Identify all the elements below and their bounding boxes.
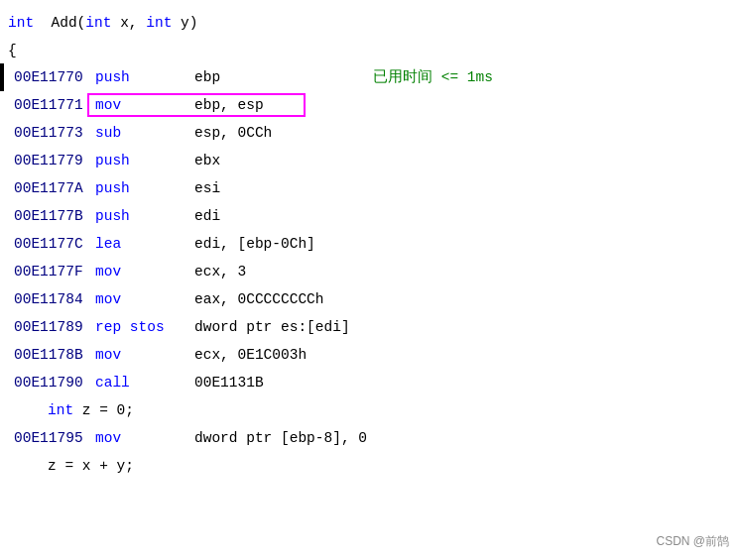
instruction-row-1: 00E11771 mov ebp, esp: [0, 91, 739, 119]
mnemonic-2: sub: [95, 119, 194, 147]
operand-3: ebx: [194, 147, 220, 174]
current-line-indicator: [0, 63, 4, 91]
operand-1: ebp, esp: [194, 91, 264, 119]
addr-5: 00E1177B: [8, 202, 95, 230]
operand-0: ebp: [194, 63, 353, 91]
mnemonic-9: rep stos: [95, 313, 194, 341]
function-signature: int Add(int x, int y): [8, 9, 197, 37]
mnemonic-6: lea: [95, 230, 194, 258]
instruction-row-2: 00E11773 sub esp, 0CCh: [0, 119, 739, 147]
mnemonic-5: push: [95, 202, 194, 230]
function-name-text: Add(: [43, 15, 86, 31]
instruction-row-8: 00E11784 mov eax, 0CCCCCCCCh: [0, 285, 739, 313]
mnemonic-11: call: [95, 369, 194, 396]
addr-3: 00E11779: [8, 147, 95, 174]
instruction-row-10: 00E1178B mov ecx, 0E1C003h: [0, 341, 739, 369]
instruction-row-0: 00E11770 push ebp 已用时间 <= 1ms: [0, 63, 739, 91]
instruction-row-4: 00E1177A push esi: [0, 174, 739, 202]
operand-11: 00E1131B: [194, 369, 264, 396]
addr-9: 00E11789: [8, 313, 95, 341]
instruction-row-6: 00E1177C lea edi, [ebp-0Ch]: [0, 230, 739, 258]
source-line-1: z = x + y;: [0, 452, 739, 480]
mnemonic-1: mov: [95, 91, 194, 119]
opening-brace-line: {: [0, 38, 739, 63]
return-type-keyword: int: [8, 15, 34, 31]
operand-5: edi: [194, 202, 220, 230]
param-type1-keyword: int: [85, 15, 111, 31]
addr-4: 00E1177A: [8, 174, 95, 202]
watermark: CSDN @前鹄: [656, 533, 729, 550]
mnemonic-12: mov: [95, 424, 194, 452]
addr-2: 00E11773: [8, 119, 95, 147]
addr-8: 00E11784: [8, 285, 95, 313]
operand-8: eax, 0CCCCCCCCh: [194, 285, 324, 313]
param2: y): [172, 15, 197, 31]
mnemonic-0: push: [95, 63, 194, 91]
mnemonic-4: push: [95, 174, 194, 202]
mnemonic-10: mov: [95, 341, 194, 369]
instruction-row-11: 00E11790 call 00E1131B: [0, 369, 739, 396]
addr-11: 00E11790: [8, 369, 95, 396]
mnemonic-8: mov: [95, 285, 194, 313]
timing-0: 已用时间 <= 1ms: [373, 63, 493, 91]
source-text-0: int z = 0;: [8, 396, 134, 424]
function-signature-line: int Add(int x, int y): [0, 8, 739, 38]
addr-12: 00E11795: [8, 424, 95, 452]
instruction-row-7: 00E1177F mov ecx, 3: [0, 258, 739, 285]
instruction-row-9: 00E11789 rep stos dword ptr es:[edi]: [0, 313, 739, 341]
addr-1: 00E11771: [8, 91, 95, 119]
addr-10: 00E1178B: [8, 341, 95, 369]
operand-7: ecx, 3: [194, 258, 246, 285]
instruction-row-12: 00E11795 mov dword ptr [ebp-8], 0: [0, 424, 739, 452]
instruction-row-3: 00E11779 push ebx: [0, 147, 739, 174]
addr-6: 00E1177C: [8, 230, 95, 258]
operand-2: esp, 0CCh: [194, 119, 272, 147]
instruction-row-5: 00E1177B push edi: [0, 202, 739, 230]
mnemonic-7: mov: [95, 258, 194, 285]
operand-12: dword ptr [ebp-8], 0: [194, 424, 367, 452]
addr-7: 00E1177F: [8, 258, 95, 285]
addr-0: 00E11770: [8, 63, 95, 91]
source-keyword-0: int: [48, 402, 73, 418]
param1: x,: [111, 15, 146, 31]
code-container: int Add(int x, int y) { 00E11770 push eb…: [0, 0, 739, 560]
operand-9: dword ptr es:[edi]: [194, 313, 350, 341]
source-text-1: z = x + y;: [8, 452, 134, 480]
opening-brace: {: [8, 37, 17, 64]
operand-6: edi, [ebp-0Ch]: [194, 230, 315, 258]
mnemonic-3: push: [95, 147, 194, 174]
param-type2-keyword: int: [146, 15, 172, 31]
operand-4: esi: [194, 174, 220, 202]
source-rest-0: z = 0;: [82, 402, 134, 418]
source-line-0: int z = 0;: [0, 396, 739, 424]
operand-10: ecx, 0E1C003h: [194, 341, 307, 369]
